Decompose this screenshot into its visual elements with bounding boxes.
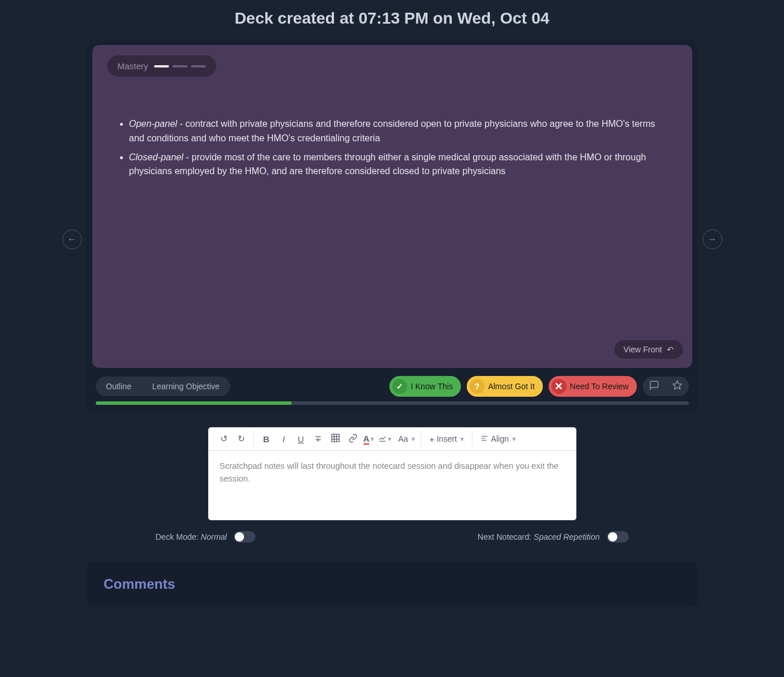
svg-rect-1 xyxy=(332,434,339,442)
highlight-icon xyxy=(378,434,387,444)
next-card-button[interactable]: → xyxy=(703,230,722,249)
card-container: Mastery Open-panel - contract with priva… xyxy=(87,39,698,414)
arrow-right-icon: → xyxy=(708,234,717,245)
mastery-bar-2 xyxy=(172,65,187,67)
prev-card-button[interactable]: ← xyxy=(62,230,82,249)
align-left-icon xyxy=(481,434,489,444)
text-color-icon: A xyxy=(363,434,370,445)
redo-icon: ↻ xyxy=(238,434,245,444)
mastery-bar-1 xyxy=(154,65,169,67)
star-button[interactable] xyxy=(666,377,689,396)
italic-button[interactable]: I xyxy=(276,431,292,447)
tab-learning-objective[interactable]: Learning Objective xyxy=(142,377,230,396)
deck-mode-label: Deck Mode: xyxy=(156,532,201,541)
progress-fill xyxy=(96,401,291,405)
i-know-this-button[interactable]: ✓ I Know This xyxy=(389,376,461,397)
underline-button[interactable]: U xyxy=(293,431,309,447)
undo-icon: ↶ xyxy=(667,345,674,354)
editor-toolbar: ↺ ↻ B I U ∓ A ▼ xyxy=(208,427,576,451)
underline-icon: U xyxy=(298,434,304,444)
insert-label: Insert xyxy=(434,434,459,443)
question-icon: ? xyxy=(470,379,485,394)
bullet-term: Open-panel xyxy=(129,119,178,129)
mastery-pill: Mastery xyxy=(107,55,216,77)
card-content: Open-panel - contract with private physi… xyxy=(107,117,677,179)
chevron-down-icon: ▼ xyxy=(369,436,375,442)
need-to-review-button[interactable]: ✕ Need To Review xyxy=(549,376,637,397)
arrow-left-icon: ← xyxy=(67,234,77,245)
plus-icon: + xyxy=(429,434,434,444)
star-icon xyxy=(672,380,682,393)
deck-mode-row: Deck Mode: Normal xyxy=(156,531,256,543)
font-size-label: Aa xyxy=(396,434,410,443)
almost-label: Almost Got It xyxy=(488,382,535,391)
comments-panel: Comments xyxy=(87,561,698,607)
x-icon: ✕ xyxy=(552,379,567,394)
mastery-bar-3 xyxy=(191,65,206,67)
redo-button[interactable]: ↻ xyxy=(234,431,250,447)
review-label: Need To Review xyxy=(570,382,629,391)
deck-mode-value: Normal xyxy=(201,532,227,541)
deck-mode-toggle[interactable] xyxy=(234,531,256,543)
tab-outline[interactable]: Outline xyxy=(96,377,142,396)
next-notecard-toggle[interactable] xyxy=(607,531,629,543)
scratchpad-editor: ↺ ↻ B I U ∓ A ▼ xyxy=(208,427,577,521)
view-front-label: View Front xyxy=(624,345,662,354)
chevron-down-icon: ▼ xyxy=(410,436,416,442)
font-size-button[interactable]: Aa ▼ xyxy=(395,431,417,447)
align-button[interactable]: Align ▼ xyxy=(477,431,520,447)
mastery-label: Mastery xyxy=(118,61,148,71)
scratchpad-textarea[interactable]: Scratchpad notes will last throughout th… xyxy=(208,451,576,520)
link-icon xyxy=(348,434,358,445)
know-label: I Know This xyxy=(411,382,453,391)
svg-marker-0 xyxy=(673,381,681,389)
comment-button[interactable] xyxy=(643,377,666,396)
chevron-down-icon: ▼ xyxy=(387,436,392,442)
strikethrough-icon: ∓ xyxy=(314,434,322,444)
link-button[interactable] xyxy=(345,431,361,447)
main-wrap: ← → Mastery Open-panel - contract with p… xyxy=(52,39,733,607)
text-color-button[interactable]: A ▼ xyxy=(362,431,377,447)
bullet-text: - provide most of the care to members th… xyxy=(129,152,646,176)
bullet-item: Open-panel - contract with private physi… xyxy=(129,117,672,146)
next-notecard-label: Next Notecard: xyxy=(478,532,534,541)
notecard-back: Mastery Open-panel - contract with priva… xyxy=(92,45,692,368)
strikethrough-button[interactable]: ∓ xyxy=(310,431,327,447)
insert-button[interactable]: + Insert ▼ xyxy=(426,431,468,447)
highlight-button[interactable]: ▼ xyxy=(377,431,393,447)
table-icon xyxy=(331,434,340,444)
progress-bar xyxy=(96,401,689,405)
mastery-bars xyxy=(154,65,206,67)
card-tabs: Outline Learning Objective xyxy=(96,377,230,396)
controls-row: Outline Learning Objective ✓ I Know This… xyxy=(92,368,692,401)
view-front-button[interactable]: View Front ↶ xyxy=(614,340,683,359)
switch-knob xyxy=(608,532,617,541)
undo-button[interactable]: ↺ xyxy=(216,431,232,447)
page-title: Deck created at 07:13 PM on Wed, Oct 04 xyxy=(0,0,784,39)
bold-button[interactable]: B xyxy=(258,431,275,447)
next-notecard-row: Next Notecard: Spaced Repetition xyxy=(478,531,629,543)
next-notecard-value: Spaced Repetition xyxy=(534,532,599,541)
undo-icon: ↺ xyxy=(220,434,228,444)
card-extra-actions xyxy=(643,377,689,396)
bold-icon: B xyxy=(263,434,269,444)
bullet-item: Closed-panel - provide most of the care … xyxy=(129,151,672,179)
switch-knob xyxy=(235,532,244,541)
bullet-text: - contract with private physicians and t… xyxy=(129,119,655,143)
check-icon: ✓ xyxy=(392,379,407,394)
comment-icon xyxy=(649,380,659,393)
chevron-down-icon: ▼ xyxy=(511,436,517,442)
italic-icon: I xyxy=(282,434,284,444)
rating-actions: ✓ I Know This ? Almost Got It ✕ Need To … xyxy=(389,376,689,397)
align-label: Align xyxy=(489,434,511,443)
bottom-toggles: Deck Mode: Normal Next Notecard: Spaced … xyxy=(121,531,663,543)
comments-title: Comments xyxy=(104,576,681,592)
bullet-term: Closed-panel xyxy=(129,152,183,162)
almost-got-it-button[interactable]: ? Almost Got It xyxy=(467,376,543,397)
chevron-down-icon: ▼ xyxy=(459,436,465,442)
table-button[interactable] xyxy=(328,431,344,447)
